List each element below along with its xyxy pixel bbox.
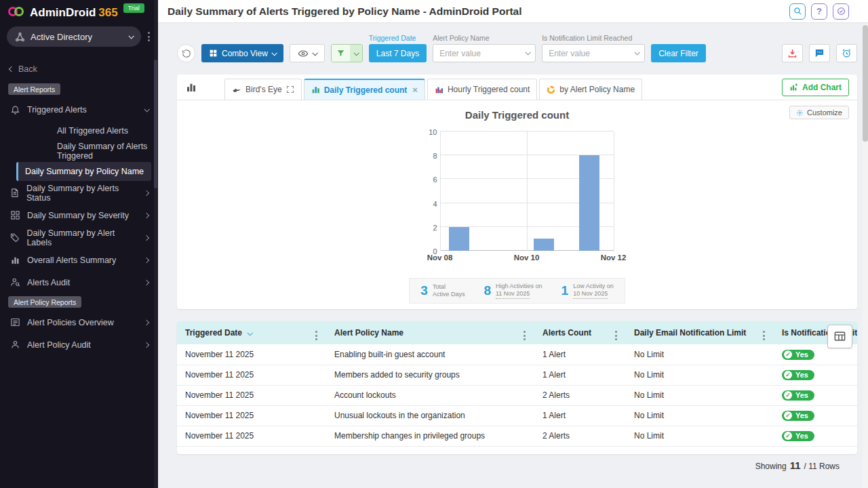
column-menu-kebab-icon[interactable] bbox=[612, 328, 620, 343]
download-icon bbox=[787, 48, 797, 58]
sidebar-item-alert-policies-overview[interactable]: Alert Policies Overview bbox=[0, 311, 158, 333]
check-icon: ✓ bbox=[784, 350, 792, 359]
status-badge: ✓Yes bbox=[782, 350, 814, 360]
close-tab-icon[interactable]: × bbox=[412, 85, 418, 95]
col-header-daily-email-notification-limit[interactable]: Daily Email Notification Limit bbox=[626, 321, 774, 344]
sidebar-item-label: Daily Summary of Alerts Triggered bbox=[57, 142, 158, 161]
column-chooser-button[interactable] bbox=[827, 325, 852, 348]
triggered-date-label: Triggered Date bbox=[369, 34, 427, 42]
cell-alert-policy-name: Account lockouts bbox=[326, 385, 534, 405]
column-menu-kebab-icon[interactable] bbox=[313, 328, 320, 343]
stat-value: 3 bbox=[420, 283, 428, 298]
row-count: 11 bbox=[790, 460, 801, 471]
date-range-button[interactable]: Last 7 Days bbox=[369, 44, 427, 62]
search-icon bbox=[793, 7, 802, 16]
add-chart-button[interactable]: Add Chart bbox=[782, 79, 849, 96]
sidebar-item-daily-summary-by-alerts-status[interactable]: Daily Summary by Alerts Status bbox=[0, 182, 158, 204]
stat-date[interactable]: 11 Nov 2025 bbox=[496, 290, 530, 298]
expand-icon[interactable] bbox=[286, 85, 294, 94]
col-header-alerts-count[interactable]: Alerts Count bbox=[534, 321, 626, 344]
check-icon: ✓ bbox=[784, 391, 792, 399]
search-button[interactable] bbox=[789, 3, 806, 20]
chart-list-button[interactable] bbox=[185, 81, 197, 94]
sidebar-item-triggered-alerts[interactable]: Triggered Alerts bbox=[0, 98, 158, 121]
table-row[interactable]: November 11 2025Account lockouts2 Alerts… bbox=[177, 385, 857, 405]
donut-chart-icon bbox=[547, 85, 555, 94]
sidebar-item-label: Alert Policy Audit bbox=[27, 340, 91, 350]
cell-notification-limit: No Limit bbox=[626, 426, 774, 446]
customize-button[interactable]: Customize bbox=[789, 106, 849, 119]
notification-limit-input[interactable] bbox=[542, 44, 645, 62]
chart-bar[interactable] bbox=[449, 227, 469, 251]
table-row[interactable]: November 11 2025Membership changes in pr… bbox=[177, 426, 857, 446]
y-tick-label: 2 bbox=[421, 224, 437, 232]
chart-tabbar: Bird's Eye Daily Triggered count × Hourl… bbox=[177, 75, 857, 100]
cell-alerts-count: 1 Alert bbox=[534, 405, 626, 426]
sidebar-item-label: Daily Summary by Alerts Status bbox=[26, 184, 138, 203]
sidebar-item-daily-summary-by-alert-labels[interactable]: Daily Summary by Alert Labels bbox=[0, 226, 158, 249]
stat-value: 8 bbox=[484, 283, 491, 298]
sidebar-scrollbar[interactable] bbox=[154, 0, 157, 488]
chart-plot-area: 0246810 bbox=[440, 131, 614, 251]
stat-date[interactable]: 10 Nov 2025 bbox=[573, 290, 608, 298]
policy-name-input[interactable] bbox=[433, 44, 536, 62]
cell-triggered-date: November 11 2025 bbox=[177, 365, 326, 385]
column-menu-kebab-icon[interactable] bbox=[760, 328, 768, 343]
col-header-triggered-date[interactable]: Triggered Date bbox=[177, 321, 326, 344]
filter-button[interactable] bbox=[331, 44, 363, 62]
workspace-menu-kebab-icon[interactable] bbox=[145, 29, 153, 44]
check-circle-icon bbox=[837, 7, 846, 16]
chevron-right-icon bbox=[144, 279, 149, 285]
sort-icon[interactable] bbox=[247, 330, 252, 336]
notification-limit-filter: Is Notification Limit Reached bbox=[542, 34, 645, 62]
brand-suffix: 365 bbox=[98, 5, 117, 21]
column-menu-kebab-icon[interactable] bbox=[521, 328, 528, 343]
clear-filter-button[interactable]: Clear Filter bbox=[651, 44, 706, 62]
combo-view-button[interactable]: Combo View bbox=[201, 44, 283, 62]
feedback-button[interactable] bbox=[809, 44, 830, 62]
sidebar-item-daily-summary-of-alerts-triggered[interactable]: Daily Summary of Alerts Triggered bbox=[0, 141, 158, 161]
chart-bar[interactable] bbox=[579, 155, 599, 251]
main-scrollbar[interactable] bbox=[863, 24, 868, 488]
chart-bar[interactable] bbox=[534, 239, 554, 251]
triggered-date-filter: Triggered Date Last 7 Days bbox=[369, 34, 427, 62]
cell-is-notified: ✓Yes bbox=[774, 426, 857, 446]
help-icon: ? bbox=[816, 6, 822, 16]
table-row[interactable]: November 11 2025Members added to securit… bbox=[177, 365, 857, 385]
sidebar-item-all-triggered-alerts[interactable]: All Triggered Alerts bbox=[0, 121, 158, 141]
table-row[interactable]: November 11 2025Enabling built-in guest … bbox=[177, 344, 857, 365]
sidebar-item-label: Alert Policies Overview bbox=[27, 318, 114, 327]
table-footer: Showing 11 / 11 Rows bbox=[177, 454, 857, 471]
gridline bbox=[440, 131, 441, 251]
tab-hourly-triggered-count[interactable]: Hourly Triggered count bbox=[427, 79, 537, 100]
alert-notification-button[interactable] bbox=[836, 44, 857, 62]
download-button[interactable] bbox=[782, 44, 803, 62]
sidebar-item-label: Alerts Audit bbox=[27, 278, 70, 287]
topbar-actions: ? bbox=[789, 3, 849, 20]
chart-panel-icon bbox=[185, 81, 197, 94]
tab-daily-triggered-count[interactable]: Daily Triggered count × bbox=[304, 79, 425, 100]
workspace-selector[interactable]: Active Directory bbox=[7, 26, 141, 47]
sidebar-item-daily-summary-by-severity[interactable]: Daily Summary by Severity bbox=[0, 204, 158, 226]
back-button[interactable]: Back bbox=[0, 55, 158, 81]
refresh-button[interactable] bbox=[177, 44, 195, 62]
content: Combo View Triggered Date Last bbox=[158, 23, 868, 471]
tab-by-alert-policy-name[interactable]: by Alert Policy Name bbox=[539, 79, 642, 100]
results-table-panel: Triggered Date Alert Policy Name Alerts … bbox=[177, 321, 857, 454]
tasks-button[interactable] bbox=[833, 3, 849, 20]
toolbar-actions bbox=[782, 44, 857, 62]
sidebar-item-alerts-audit[interactable]: Alerts Audit bbox=[0, 271, 158, 293]
chevron-down-icon bbox=[312, 50, 317, 56]
tab-birds-eye[interactable]: Bird's Eye bbox=[224, 79, 302, 100]
cell-alerts-count: 2 Alerts bbox=[534, 426, 626, 446]
cell-is-notified: ✓Yes bbox=[774, 365, 857, 385]
sidebar-item-overall-alerts-summary[interactable]: Overall Alerts Summary bbox=[0, 249, 158, 271]
cell-alerts-count: 2 Alerts bbox=[534, 385, 626, 405]
filter-dropdown-chevron[interactable] bbox=[350, 45, 362, 62]
col-header-alert-policy-name[interactable]: Alert Policy Name bbox=[326, 321, 534, 344]
sidebar-item-alert-policy-audit[interactable]: Alert Policy Audit bbox=[0, 333, 158, 356]
help-button[interactable]: ? bbox=[811, 3, 827, 20]
view-columns-button[interactable] bbox=[290, 44, 325, 62]
sidebar-item-daily-summary-by-policy-name[interactable]: Daily Summary by Policy Name bbox=[16, 162, 151, 181]
table-row[interactable]: November 11 2025Unusual lockouts in the … bbox=[177, 405, 857, 426]
